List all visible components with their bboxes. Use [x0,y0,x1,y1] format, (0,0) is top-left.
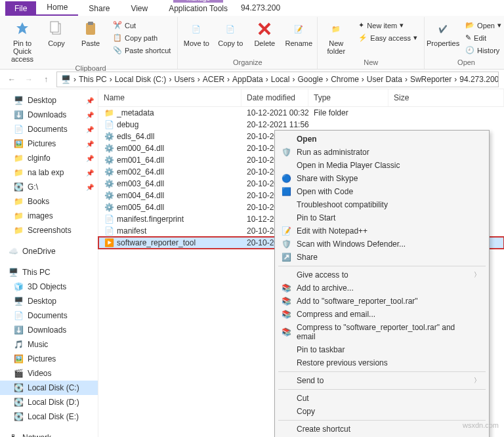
side-3d[interactable]: 🧊3D Objects [0,280,98,294]
ctx-run-admin[interactable]: 🛡️Run as administrator [277,146,487,159]
side-thispc[interactable]: 🖥️This PC [0,265,98,280]
side-onedrive[interactable]: ☁️OneDrive [0,244,98,259]
side-pictures2[interactable]: 🖼️Pictures [0,352,98,366]
ctx-compress-email[interactable]: 📚Compress and email... [277,308,487,321]
side-clginfo[interactable]: 📁clginfo📌 [0,151,98,165]
copy-to-button[interactable]: 📄Copy to [216,17,245,47]
tab-application-tools[interactable]: Application Tools [163,3,233,16]
col-type[interactable]: Type [308,89,388,106]
crumb-segment[interactable]: 94.273.200 [459,75,499,84]
forward-button[interactable]: → [22,73,35,86]
ctx-skype[interactable]: 🔵Share with Skype [277,172,487,185]
ctx-send-to[interactable]: Send to〉 [277,374,487,387]
ctx-compress-to-email[interactable]: 📚Compress to "software_reporter_tool.rar… [277,321,487,343]
side-nalab[interactable]: 📁na lab exp📌 [0,165,98,180]
ctx-copy[interactable]: Copy [277,405,487,418]
ctx-defender[interactable]: 🛡️Scan with Windows Defender... [277,238,487,251]
ctx-cut[interactable]: Cut [277,392,487,405]
ctx-npp[interactable]: 📝Edit with Notepad++ [277,224,487,238]
edit-button[interactable]: ✎Edit [463,32,504,43]
side-localc[interactable]: 💽Local Disk (C:) [0,381,98,395]
tab-file[interactable]: File [5,1,36,16]
delete-button[interactable]: Delete [250,17,279,47]
side-locale[interactable]: 💽Local Disk (E:) [0,409,98,424]
rename-button[interactable]: 📝Rename [284,17,313,47]
properties-button[interactable]: ✔️Properties [429,17,457,47]
crumb-segment[interactable]: User Data [367,75,402,84]
file-row[interactable]: 📄debug20-12-2021 11:56 [98,119,504,131]
side-g[interactable]: 💽G:\📌 [0,180,98,194]
ctx-vscode[interactable]: 🟦Open with Code [277,185,487,198]
new-folder-button[interactable]: 📁New folder [322,17,350,55]
watermark: wsxdn.com [463,421,499,429]
easy-icon: ⚡ [358,33,368,42]
ctx-troubleshoot[interactable]: Troubleshoot compatibility [277,198,487,211]
side-locald[interactable]: 💽Local Disk (D:) [0,395,98,409]
new-item-button[interactable]: ✦New item ▾ [356,20,420,31]
crumb-segment[interactable]: AppData [232,75,263,84]
file-name: manifest.fingerprint [117,215,184,224]
crumb-segment[interactable]: This PC [79,75,107,84]
side-desktop2[interactable]: 🖥️Desktop [0,294,98,308]
easy-access-button[interactable]: ⚡Easy access ▾ [356,32,420,43]
col-name[interactable]: Name [98,89,242,106]
pc-icon: 🖥️ [61,75,71,84]
crumb-segment[interactable]: ACER [203,75,224,84]
pin-quick-access-button[interactable]: Pin to Quick access [8,17,37,63]
ctx-give-access[interactable]: Give access to〉 [277,268,487,281]
copy-path-button[interactable]: 📋Copy path [110,32,173,43]
move-to-button[interactable]: 📄Move to [182,17,211,47]
ctx-add-archive[interactable]: 📚Add to archive... [277,281,487,295]
crumb-segment[interactable]: Users [174,75,194,84]
side-downloads[interactable]: ⬇️Downloads📌 [0,108,98,122]
edit-label: Edit [474,34,486,42]
ctx-open[interactable]: Open [277,133,487,146]
crumb-segment[interactable]: Google [297,75,323,84]
side-music[interactable]: 🎵Music [0,337,98,352]
cut-button[interactable]: ✂️Cut [110,20,173,31]
tab-share[interactable]: Share [78,1,120,16]
ctx-share[interactable]: ↗️Share [277,251,487,264]
ctx-label: Share [297,253,318,262]
ctx-add-to-rar[interactable]: 📚Add to "software_reporter_tool.rar" [277,295,487,308]
breadcrumb[interactable]: 🖥️› This PC›Local Disk (C:)›Users›ACER›A… [56,72,499,87]
side-downloads2[interactable]: ⬇️Downloads [0,323,98,337]
side-pictures[interactable]: 🖼️Pictures📌 [0,136,98,151]
scissors-icon: ✂️ [113,21,122,30]
ctx-pin-taskbar[interactable]: Pin to taskbar [277,343,487,356]
crumb-segment[interactable]: Local Disk (C:) [115,75,167,84]
ctx-restore[interactable]: Restore previous versions [277,356,487,369]
file-row[interactable]: 📁_metadata10-12-2021 00:32File folder [98,107,504,119]
ctx-mpc[interactable]: Open in Media Player Classic [277,159,487,172]
crumb-segment[interactable]: SwReporter [410,75,452,84]
side-screenshots[interactable]: 📁Screenshots [0,223,98,238]
side-label: G:\ [28,182,38,192]
side-documents[interactable]: 📄Documents📌 [0,122,98,136]
ctx-pin-start[interactable]: Pin to Start [277,211,487,224]
side-images[interactable]: 📁images [0,209,98,223]
side-desktop[interactable]: 🖥️Desktop📌 [0,93,98,108]
col-size[interactable]: Size [388,89,504,106]
side-books[interactable]: 📁Books [0,194,98,209]
side-videos[interactable]: 🎬Videos [0,366,98,381]
open-button[interactable]: 📂Open ▾ [463,20,504,31]
ctx-create-shortcut[interactable]: Create shortcut [277,423,487,436]
tab-home[interactable]: Home [36,0,78,16]
crumb-segment[interactable]: Chrome [331,75,359,84]
up-button[interactable]: ↑ [39,73,52,86]
side-label: na lab exp [28,168,64,177]
crumb-segment[interactable]: Local [271,75,290,84]
history-button[interactable]: 🕘History [463,45,504,56]
back-button[interactable]: ← [5,73,18,86]
copy-button[interactable]: Copy [42,17,71,47]
paste-shortcut-button[interactable]: 📎Paste shortcut [110,45,173,56]
tab-view[interactable]: View [120,1,158,16]
side-documents2[interactable]: 📄Documents [0,308,98,323]
copy-path-label: Copy path [125,34,158,42]
side-network[interactable]: 🖧Network [0,430,98,437]
col-date[interactable]: Date modified [242,89,308,106]
delete-label: Delete [254,39,275,47]
pin-icon: 📌 [86,155,94,162]
paste-button[interactable]: Paste [76,17,105,47]
share-icon: ↗️ [281,252,291,262]
